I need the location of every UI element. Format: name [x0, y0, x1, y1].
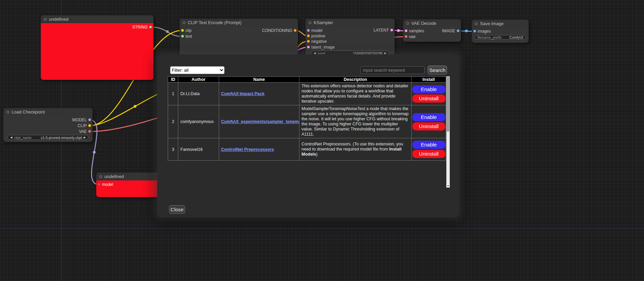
collapse-dot-icon[interactable]: [309, 21, 311, 24]
node-title-bar[interactable]: KSampler: [306, 19, 395, 27]
scrollbar-thumb[interactable]: [447, 77, 449, 131]
node-title-bar[interactable]: VAE Decode: [403, 19, 461, 27]
prev-option-arrow-icon[interactable]: ◀: [10, 136, 12, 139]
table-header-row: ID Author Name Description Install: [168, 77, 446, 83]
extension-row: 2comfyanonymousComfyUI_experiments/sampl…: [168, 105, 446, 138]
input-socket-text[interactable]: [181, 35, 184, 38]
input-label-positive: positive: [311, 34, 325, 38]
collapse-dot-icon[interactable]: [99, 175, 102, 178]
node-title: Save Image: [480, 21, 503, 26]
header-name: Name: [219, 77, 299, 83]
node-body: samples vae IMAGE: [403, 27, 461, 42]
input-label-model: model: [311, 28, 323, 33]
input-socket-positive[interactable]: [307, 34, 310, 37]
extension-install-cell: EnableUninstall: [411, 83, 446, 105]
collapse-dot-icon[interactable]: [6, 111, 9, 113]
header-author: Author: [178, 77, 219, 83]
search-button[interactable]: Search: [428, 66, 447, 74]
node-load-checkpoint[interactable]: Load Checkpoint MODEL CLIP VAE ◀ ckpt_na…: [3, 108, 93, 142]
next-option-arrow-icon[interactable]: ▶: [84, 136, 86, 139]
node-ksampler[interactable]: KSampler model positive negative latent_…: [306, 19, 395, 56]
node-body: model positive negative latent_image LAT…: [306, 27, 395, 56]
header-install: Install: [411, 77, 446, 83]
output-socket-vae[interactable]: [88, 130, 91, 133]
widget-value: ComfyUI: [509, 35, 523, 39]
output-socket-conditioning[interactable]: [294, 29, 297, 32]
extension-id: 2: [168, 105, 178, 138]
ckpt-name-widget[interactable]: ◀ ckpt_name v1-5-pruned-emaonly.ckpt ▶: [7, 135, 88, 140]
input-socket-negative[interactable]: [307, 40, 310, 43]
output-label-model: MODEL: [72, 118, 87, 122]
output-socket-latent[interactable]: [390, 29, 393, 32]
search-input[interactable]: [360, 66, 425, 74]
uninstall-button[interactable]: Uninstall: [412, 122, 445, 130]
input-socket-clip[interactable]: [181, 29, 184, 32]
table-scrollbar[interactable]: ▼: [446, 76, 450, 188]
node-graph-canvas[interactable]: undefined STRING CLIP Text Encode (Promp…: [0, 0, 644, 281]
node-title: VAE Decode: [411, 21, 436, 26]
collapse-dot-icon[interactable]: [406, 22, 409, 25]
filter-select[interactable]: Filter: all: [170, 66, 225, 74]
extension-table-body: 1Dr.Lt.DataComfyUI Impact PackThis exten…: [168, 83, 446, 161]
node-title-bar[interactable]: Save Image: [472, 20, 529, 28]
node-title-bar[interactable]: Load Checkpoint: [3, 108, 93, 116]
node-title-bar[interactable]: CLIP Text Encode (Prompt): [180, 19, 298, 27]
extension-id: 3: [168, 138, 178, 161]
extension-name-link[interactable]: ControlNet Preprocessors: [221, 147, 274, 152]
input-socket-model[interactable]: [307, 29, 310, 32]
extension-install-cell: EnableUninstall: [411, 105, 446, 138]
header-description: Description: [299, 77, 412, 83]
header-id: ID: [168, 77, 178, 83]
input-socket-latent-image[interactable]: [307, 46, 310, 49]
uninstall-button[interactable]: Uninstall: [412, 150, 445, 158]
input-label-clip: clip: [185, 28, 192, 33]
node-undefined-top[interactable]: undefined STRING: [41, 15, 153, 80]
output-socket-model[interactable]: [88, 118, 91, 121]
collapse-dot-icon[interactable]: [475, 22, 478, 25]
widget-label: ckpt_name: [14, 136, 31, 140]
extension-name-link[interactable]: ComfyUI Impact Pack: [221, 91, 265, 96]
output-socket-image[interactable]: [457, 29, 460, 32]
input-label-model: model: [102, 182, 113, 187]
node-body: MODEL CLIP VAE ◀ ckpt_name v1-5-pruned-e…: [3, 116, 93, 142]
extensions-table: ID Author Name Description Install 1Dr.L…: [168, 76, 446, 161]
wire-image-midpoint-dot: [465, 30, 468, 32]
enable-button[interactable]: Enable: [412, 113, 445, 121]
node-save-image[interactable]: Save Image images filename_prefix ComfyU…: [472, 20, 529, 43]
node-title: undefined: [49, 17, 68, 22]
collapse-dot-icon[interactable]: [44, 18, 47, 21]
enable-button[interactable]: Enable: [412, 141, 445, 149]
node-title-bar[interactable]: undefined: [41, 15, 153, 23]
node-vae-decode[interactable]: VAE Decode samples vae IMAGE: [403, 19, 461, 42]
extension-author: Fannovel16: [178, 138, 219, 161]
input-socket-vae[interactable]: [404, 35, 408, 38]
node-clip-text-encode[interactable]: CLIP Text Encode (Prompt) clip text COND…: [180, 19, 298, 55]
extension-id: 1: [168, 83, 178, 105]
custom-nodes-manager-dialog: Filter: all Search ID Author Name Descri…: [157, 54, 459, 217]
output-label-clip: CLIP: [78, 123, 87, 128]
output-label: CONDITIONING: [262, 28, 292, 33]
collapse-dot-icon[interactable]: [183, 21, 185, 24]
input-socket-samples[interactable]: [404, 29, 408, 32]
extension-description: ModelSamplerTonemapNoiseTest a node that…: [299, 105, 412, 138]
input-label-vae: vae: [409, 34, 415, 39]
output-label-vae: VAE: [79, 129, 87, 134]
node-title: CLIP Text Encode (Prompt): [188, 20, 242, 25]
extension-name-link[interactable]: ComfyUI_experiments/sampler_tonemap: [221, 119, 299, 124]
filename-prefix-widget[interactable]: filename_prefix ComfyUI: [475, 35, 526, 40]
extension-author: comfyanonymous: [178, 105, 219, 138]
input-socket-model[interactable]: [98, 183, 101, 186]
wire-model-midpoint-dot: [93, 151, 96, 154]
output-socket-string[interactable]: [149, 25, 152, 29]
uninstall-button[interactable]: Uninstall: [412, 94, 445, 103]
input-label-latent-image: latent_image: [311, 45, 335, 50]
input-socket-images[interactable]: [473, 30, 476, 33]
extension-description: This extension offers various detector n…: [299, 83, 412, 105]
output-socket-clip[interactable]: [88, 124, 91, 127]
scrollbar-down-arrow-icon[interactable]: ▼: [446, 184, 450, 188]
close-button[interactable]: Close: [169, 205, 185, 214]
extension-description: ControlNet Preprocessors. (To use this e…: [299, 138, 412, 161]
wire-latent-midpoint-dot: [397, 29, 400, 32]
enable-button[interactable]: Enable: [412, 85, 445, 93]
output-label: LATENT: [374, 28, 389, 33]
